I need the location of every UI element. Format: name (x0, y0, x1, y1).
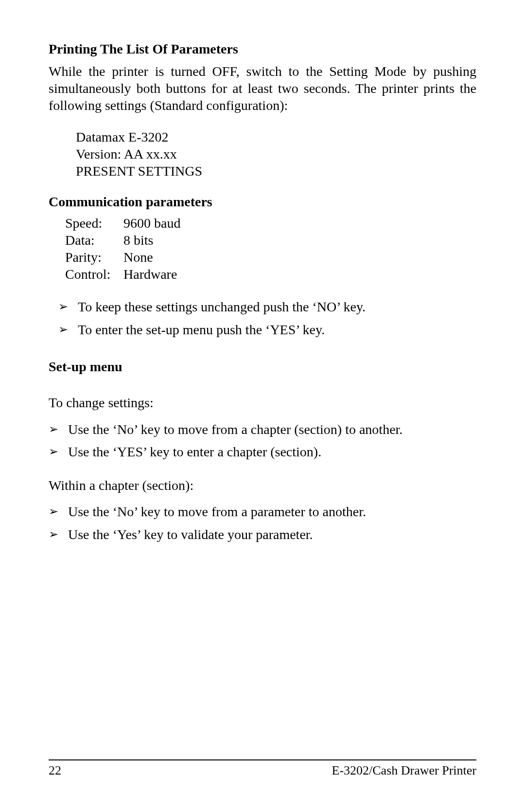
list-item-text: To enter the set-up menu push the ‘YES’ … (78, 320, 476, 340)
list-item: ➢ Use the ‘No’ key to move from a parame… (49, 502, 476, 522)
param-value: 9600 baud (123, 215, 180, 232)
page-content: Printing The List Of Parameters While th… (49, 41, 476, 544)
heading-communication-parameters: Communication parameters (49, 194, 476, 210)
param-row-control: Control: Hardware (65, 266, 476, 283)
param-value: 8 bits (123, 232, 153, 249)
list-item: ➢ To keep these settings unchanged push … (58, 297, 476, 317)
intro-paragraph: While the printer is turned OFF, switch … (49, 63, 476, 114)
list-item-text: Use the ‘YES’ key to enter a chapter (se… (68, 442, 476, 462)
to-change-settings-text: To change settings: (49, 394, 476, 412)
change-settings-list: ➢ Use the ‘No’ key to move from a chapte… (49, 420, 476, 462)
list-item-text: To keep these settings unchanged push th… (78, 297, 476, 317)
param-value: Hardware (123, 266, 177, 283)
arrow-icon: ➢ (49, 502, 68, 520)
param-row-parity: Parity: None (65, 249, 476, 266)
arrow-icon: ➢ (49, 442, 68, 460)
list-item: ➢ Use the ‘Yes’ key to validate your par… (49, 525, 476, 545)
footer-divider (49, 759, 476, 760)
param-row-data: Data: 8 bits (65, 232, 476, 249)
param-label: Control: (65, 266, 123, 283)
heading-printing-list: Printing The List Of Parameters (49, 41, 476, 57)
printer-output-block: Datamax E-3202 Version: AA xx.xx PRESENT… (76, 128, 476, 180)
communication-params-table: Speed: 9600 baud Data: 8 bits Parity: No… (65, 215, 476, 283)
page-footer: 22 E-3202/Cash Drawer Printer (49, 759, 476, 778)
arrow-icon: ➢ (49, 525, 68, 543)
arrow-icon: ➢ (58, 297, 78, 315)
list-item: ➢ To enter the set-up menu push the ‘YES… (58, 320, 476, 340)
printer-present-settings-line: PRESENT SETTINGS (76, 162, 476, 180)
param-label: Speed: (65, 215, 123, 232)
param-value: None (123, 249, 153, 266)
key-instructions-list: ➢ To keep these settings unchanged push … (58, 297, 476, 340)
list-item: ➢ Use the ‘No’ key to move from a chapte… (49, 420, 476, 440)
list-item-text: Use the ‘No’ key to move from a paramete… (68, 502, 476, 522)
heading-setup-menu: Set-up menu (49, 359, 476, 375)
printer-model-line: Datamax E-3202 (76, 128, 476, 145)
footer-title: E-3202/Cash Drawer Printer (332, 763, 476, 778)
param-label: Data: (65, 232, 123, 249)
within-chapter-text: Within a chapter (section): (49, 477, 476, 494)
list-item-text: Use the ‘No’ key to move from a chapter … (68, 420, 476, 440)
list-item-text: Use the ‘Yes’ key to validate your param… (68, 525, 476, 545)
within-chapter-list: ➢ Use the ‘No’ key to move from a parame… (49, 502, 476, 544)
list-item: ➢ Use the ‘YES’ key to enter a chapter (… (49, 442, 476, 462)
footer-row: 22 E-3202/Cash Drawer Printer (49, 763, 476, 778)
param-row-speed: Speed: 9600 baud (65, 215, 476, 232)
arrow-icon: ➢ (58, 320, 78, 338)
arrow-icon: ➢ (49, 420, 68, 438)
param-label: Parity: (65, 249, 123, 266)
printer-version-line: Version: AA xx.xx (76, 145, 476, 162)
page-number: 22 (49, 763, 61, 778)
